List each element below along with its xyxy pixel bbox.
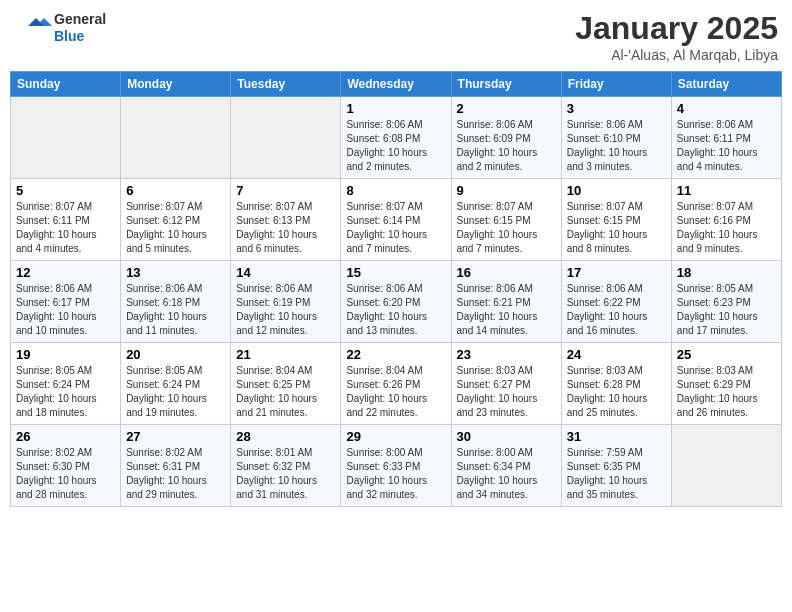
day-number: 20 <box>126 347 225 362</box>
sunset-text: Sunset: 6:30 PM <box>16 461 90 472</box>
logo-blue: Blue <box>54 28 106 45</box>
sunset-text: Sunset: 6:11 PM <box>16 215 90 226</box>
daylight-text: Daylight: 10 hours and 32 minutes. <box>346 475 427 500</box>
day-info: Sunrise: 8:04 AMSunset: 6:26 PMDaylight:… <box>346 364 445 420</box>
sunset-text: Sunset: 6:24 PM <box>126 379 200 390</box>
sunrise-text: Sunrise: 8:05 AM <box>677 283 753 294</box>
day-number: 17 <box>567 265 666 280</box>
sunrise-text: Sunrise: 8:07 AM <box>126 201 202 212</box>
calendar-cell <box>671 425 781 507</box>
logo: General Blue <box>14 10 106 46</box>
sunrise-text: Sunrise: 8:05 AM <box>126 365 202 376</box>
header-wednesday: Wednesday <box>341 72 451 97</box>
daylight-text: Daylight: 10 hours and 7 minutes. <box>457 229 538 254</box>
sunset-text: Sunset: 6:23 PM <box>677 297 751 308</box>
day-info: Sunrise: 8:03 AMSunset: 6:27 PMDaylight:… <box>457 364 556 420</box>
sunrise-text: Sunrise: 8:07 AM <box>677 201 753 212</box>
calendar-cell: 31Sunrise: 7:59 AMSunset: 6:35 PMDayligh… <box>561 425 671 507</box>
day-info: Sunrise: 8:06 AMSunset: 6:21 PMDaylight:… <box>457 282 556 338</box>
sunrise-text: Sunrise: 8:04 AM <box>346 365 422 376</box>
calendar-cell: 30Sunrise: 8:00 AMSunset: 6:34 PMDayligh… <box>451 425 561 507</box>
day-number: 26 <box>16 429 115 444</box>
sunrise-text: Sunrise: 8:03 AM <box>677 365 753 376</box>
calendar-cell: 22Sunrise: 8:04 AMSunset: 6:26 PMDayligh… <box>341 343 451 425</box>
day-number: 6 <box>126 183 225 198</box>
calendar-cell: 8Sunrise: 8:07 AMSunset: 6:14 PMDaylight… <box>341 179 451 261</box>
day-number: 14 <box>236 265 335 280</box>
sunrise-text: Sunrise: 8:01 AM <box>236 447 312 458</box>
sunset-text: Sunset: 6:08 PM <box>346 133 420 144</box>
day-info: Sunrise: 8:06 AMSunset: 6:22 PMDaylight:… <box>567 282 666 338</box>
day-info: Sunrise: 8:06 AMSunset: 6:20 PMDaylight:… <box>346 282 445 338</box>
day-info: Sunrise: 8:07 AMSunset: 6:13 PMDaylight:… <box>236 200 335 256</box>
calendar-week-5: 26Sunrise: 8:02 AMSunset: 6:30 PMDayligh… <box>11 425 782 507</box>
daylight-text: Daylight: 10 hours and 25 minutes. <box>567 393 648 418</box>
calendar-cell <box>121 97 231 179</box>
day-info: Sunrise: 8:06 AMSunset: 6:10 PMDaylight:… <box>567 118 666 174</box>
day-info: Sunrise: 8:03 AMSunset: 6:28 PMDaylight:… <box>567 364 666 420</box>
calendar-cell: 24Sunrise: 8:03 AMSunset: 6:28 PMDayligh… <box>561 343 671 425</box>
sunrise-text: Sunrise: 8:06 AM <box>16 283 92 294</box>
calendar-cell: 7Sunrise: 8:07 AMSunset: 6:13 PMDaylight… <box>231 179 341 261</box>
sunrise-text: Sunrise: 8:02 AM <box>16 447 92 458</box>
sunrise-text: Sunrise: 8:00 AM <box>346 447 422 458</box>
day-info: Sunrise: 8:06 AMSunset: 6:17 PMDaylight:… <box>16 282 115 338</box>
day-number: 22 <box>346 347 445 362</box>
calendar-cell: 3Sunrise: 8:06 AMSunset: 6:10 PMDaylight… <box>561 97 671 179</box>
calendar-cell: 21Sunrise: 8:04 AMSunset: 6:25 PMDayligh… <box>231 343 341 425</box>
day-number: 31 <box>567 429 666 444</box>
day-number: 2 <box>457 101 556 116</box>
calendar-cell <box>231 97 341 179</box>
sunset-text: Sunset: 6:15 PM <box>457 215 531 226</box>
day-info: Sunrise: 8:07 AMSunset: 6:15 PMDaylight:… <box>457 200 556 256</box>
header-sunday: Sunday <box>11 72 121 97</box>
calendar-cell: 19Sunrise: 8:05 AMSunset: 6:24 PMDayligh… <box>11 343 121 425</box>
logo-icon <box>14 10 50 46</box>
day-number: 25 <box>677 347 776 362</box>
title-section: January 2025 Al-'Aluas, Al Marqab, Libya <box>575 10 778 63</box>
calendar-cell: 26Sunrise: 8:02 AMSunset: 6:30 PMDayligh… <box>11 425 121 507</box>
sunrise-text: Sunrise: 7:59 AM <box>567 447 643 458</box>
header-monday: Monday <box>121 72 231 97</box>
calendar-week-1: 1Sunrise: 8:06 AMSunset: 6:08 PMDaylight… <box>11 97 782 179</box>
daylight-text: Daylight: 10 hours and 29 minutes. <box>126 475 207 500</box>
daylight-text: Daylight: 10 hours and 10 minutes. <box>16 311 97 336</box>
sunset-text: Sunset: 6:27 PM <box>457 379 531 390</box>
sunset-text: Sunset: 6:22 PM <box>567 297 641 308</box>
sunrise-text: Sunrise: 8:06 AM <box>346 283 422 294</box>
weekday-row: Sunday Monday Tuesday Wednesday Thursday… <box>11 72 782 97</box>
day-number: 5 <box>16 183 115 198</box>
day-info: Sunrise: 8:01 AMSunset: 6:32 PMDaylight:… <box>236 446 335 502</box>
daylight-text: Daylight: 10 hours and 35 minutes. <box>567 475 648 500</box>
day-number: 28 <box>236 429 335 444</box>
day-number: 27 <box>126 429 225 444</box>
day-number: 12 <box>16 265 115 280</box>
sunrise-text: Sunrise: 8:05 AM <box>16 365 92 376</box>
calendar-header: Sunday Monday Tuesday Wednesday Thursday… <box>11 72 782 97</box>
calendar-cell: 4Sunrise: 8:06 AMSunset: 6:11 PMDaylight… <box>671 97 781 179</box>
calendar-week-3: 12Sunrise: 8:06 AMSunset: 6:17 PMDayligh… <box>11 261 782 343</box>
calendar-cell: 27Sunrise: 8:02 AMSunset: 6:31 PMDayligh… <box>121 425 231 507</box>
calendar-cell: 9Sunrise: 8:07 AMSunset: 6:15 PMDaylight… <box>451 179 561 261</box>
day-number: 7 <box>236 183 335 198</box>
header-friday: Friday <box>561 72 671 97</box>
day-number: 15 <box>346 265 445 280</box>
daylight-text: Daylight: 10 hours and 28 minutes. <box>16 475 97 500</box>
day-number: 11 <box>677 183 776 198</box>
sunrise-text: Sunrise: 8:06 AM <box>567 283 643 294</box>
day-info: Sunrise: 8:05 AMSunset: 6:23 PMDaylight:… <box>677 282 776 338</box>
month-title: January 2025 <box>575 10 778 47</box>
calendar-body: 1Sunrise: 8:06 AMSunset: 6:08 PMDaylight… <box>11 97 782 507</box>
day-number: 24 <box>567 347 666 362</box>
day-info: Sunrise: 8:06 AMSunset: 6:08 PMDaylight:… <box>346 118 445 174</box>
calendar-cell: 20Sunrise: 8:05 AMSunset: 6:24 PMDayligh… <box>121 343 231 425</box>
daylight-text: Daylight: 10 hours and 22 minutes. <box>346 393 427 418</box>
daylight-text: Daylight: 10 hours and 23 minutes. <box>457 393 538 418</box>
daylight-text: Daylight: 10 hours and 4 minutes. <box>16 229 97 254</box>
daylight-text: Daylight: 10 hours and 6 minutes. <box>236 229 317 254</box>
daylight-text: Daylight: 10 hours and 34 minutes. <box>457 475 538 500</box>
sunrise-text: Sunrise: 8:02 AM <box>126 447 202 458</box>
calendar-cell: 11Sunrise: 8:07 AMSunset: 6:16 PMDayligh… <box>671 179 781 261</box>
sunset-text: Sunset: 6:18 PM <box>126 297 200 308</box>
sunset-text: Sunset: 6:33 PM <box>346 461 420 472</box>
